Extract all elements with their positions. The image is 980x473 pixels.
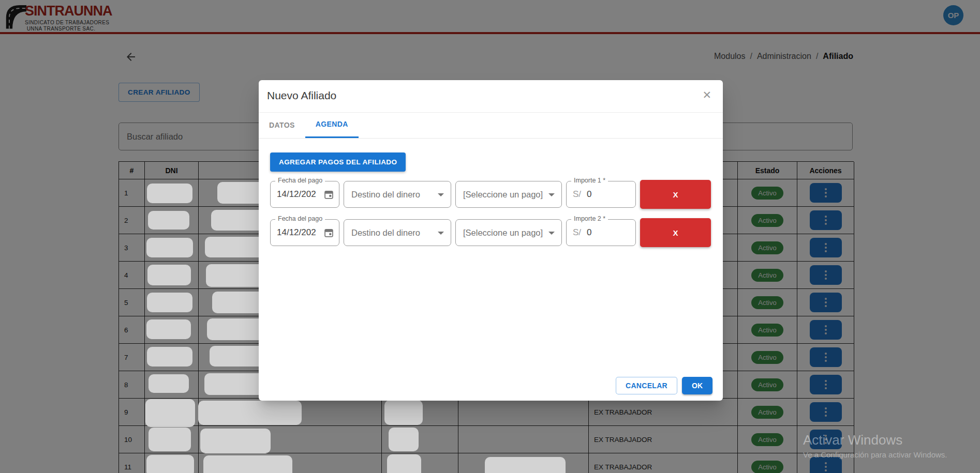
dialog-body: AGREGAR PAGOS DEL AFILIADO Fecha del pag… (259, 139, 723, 247)
agregar-pagos-button[interactable]: AGREGAR PAGOS DEL AFILIADO (270, 152, 406, 172)
destino-del-dinero-select[interactable]: Destino del dinero (344, 219, 451, 246)
dropdown-arrow-icon (548, 193, 555, 196)
amount-value: 0 (587, 189, 591, 200)
tab-agenda[interactable]: AGENDA (305, 113, 359, 138)
amount-value: 0 (587, 227, 591, 238)
date-value: 14/12/2023 (277, 227, 316, 238)
dialog-title: Nuevo Afiliado (267, 89, 336, 102)
currency-prefix: S/ (573, 189, 581, 200)
select-placeholder: Destino del dinero (351, 228, 420, 238)
field-label: Fecha del pago (275, 215, 325, 222)
app-screen: SINTRAUNNA SINDICATO DE TRABAJADORES UNN… (0, 0, 980, 473)
importe-field[interactable]: Importe 2 * S/ 0 (566, 219, 636, 246)
currency-prefix: S/ (573, 227, 581, 238)
fecha-del-pago-field[interactable]: Fecha del pago 14/12/2023 (270, 219, 339, 246)
select-placeholder: [Seleccione un pago] (463, 228, 543, 238)
payment-row: Fecha del pago 14/12/2023 Destino del di… (270, 181, 723, 209)
select-placeholder: Destino del dinero (351, 190, 420, 200)
date-value: 14/12/2023 (277, 189, 316, 200)
dropdown-arrow-icon (438, 193, 444, 196)
nuevo-afiliado-dialog: Nuevo Afiliado ✕ DATOSAGENDA AGREGAR PAG… (259, 80, 723, 401)
importe-field[interactable]: Importe 1 * S/ 0 (566, 181, 636, 208)
dialog-header: Nuevo Afiliado ✕ (259, 80, 723, 113)
close-icon[interactable]: ✕ (702, 89, 711, 100)
tab-datos[interactable]: DATOS (259, 113, 305, 138)
destino-del-dinero-select[interactable]: Destino del dinero (344, 181, 451, 208)
ok-button[interactable]: OK (682, 377, 712, 394)
cancelar-button[interactable]: CANCELAR (616, 377, 677, 394)
field-label: Importe 1 * (571, 177, 608, 184)
dropdown-arrow-icon (438, 232, 444, 235)
calendar-icon[interactable] (323, 227, 334, 238)
calendar-icon[interactable] (323, 189, 334, 200)
payment-rows: Fecha del pago 14/12/2023 Destino del di… (270, 181, 723, 247)
dropdown-arrow-icon (548, 232, 555, 235)
seleccione-un-pago-select[interactable]: [Seleccione un pago] (455, 181, 562, 208)
seleccione-un-pago-select[interactable]: [Seleccione un pago] (455, 219, 562, 246)
field-label: Fecha del pago (275, 177, 325, 184)
dialog-tabs: DATOSAGENDA (259, 113, 723, 139)
select-placeholder: [Seleccione un pago] (463, 190, 543, 200)
remove-payment-button[interactable]: X (640, 180, 711, 209)
fecha-del-pago-field[interactable]: Fecha del pago 14/12/2023 (270, 181, 339, 208)
payment-row: Fecha del pago 14/12/2023 Destino del di… (270, 219, 723, 247)
remove-payment-button[interactable]: X (640, 218, 711, 247)
dialog-footer: CANCELAR OK (616, 377, 712, 394)
field-label: Importe 2 * (571, 215, 608, 222)
